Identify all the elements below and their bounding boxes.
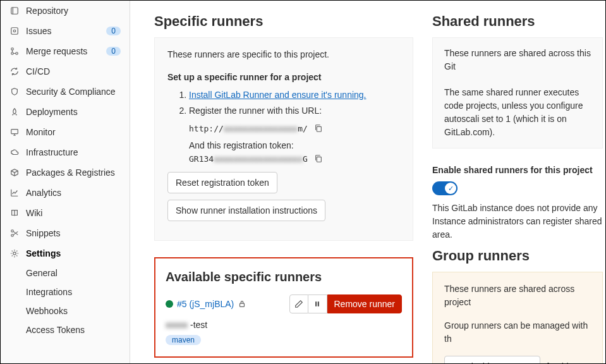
lock-icon: [238, 300, 246, 308]
sidebar-item-cicd[interactable]: CI/CD: [1, 61, 130, 82]
svg-rect-0: [11, 8, 18, 15]
svg-rect-6: [11, 130, 18, 134]
scissors-icon: [9, 228, 20, 238]
available-heading: Available specific runners: [166, 270, 402, 284]
svg-rect-1: [11, 28, 18, 35]
shared-toggle-label: Enable shared runners for this project: [432, 165, 603, 175]
sidebar-item-deployments[interactable]: Deployments: [1, 102, 130, 122]
svg-point-3: [11, 48, 14, 51]
sidebar-item-snippets[interactable]: Snippets: [1, 223, 130, 243]
setup-step-2: Register the runner with this URL:: [189, 104, 400, 118]
shared-note: This GitLab instance does not provide an…: [432, 202, 603, 241]
sidebar-item-packages[interactable]: Packages & Registries: [1, 162, 130, 183]
sidebar-item-wiki[interactable]: Wiki: [1, 203, 130, 223]
sidebar: Repository Issues 0 Merge requests 0 CI/…: [1, 1, 130, 363]
merge-badge: 0: [106, 47, 121, 56]
shared-panel: These runners are shared across this Git…: [432, 37, 603, 149]
specific-intro: These runners are specific to this proje…: [167, 49, 400, 59]
book-icon: [9, 208, 20, 218]
sidebar-item-security[interactable]: Security & Compliance: [1, 82, 130, 102]
svg-rect-13: [315, 301, 317, 306]
sidebar-item-monitor[interactable]: Monitor: [1, 122, 130, 142]
sub-item-webhooks[interactable]: Webhooks: [1, 301, 130, 320]
svg-point-8: [11, 234, 14, 237]
svg-rect-12: [240, 303, 245, 306]
edit-runner-button[interactable]: [289, 294, 308, 313]
sub-item-integrations[interactable]: Integrations: [1, 282, 130, 301]
svg-point-4: [11, 52, 14, 55]
install-link[interactable]: Install GitLab Runner and ensure it's ru…: [189, 90, 367, 100]
runner-tag: maven: [166, 335, 201, 345]
group-intro: These runners are shared across project: [444, 282, 591, 309]
sidebar-item-settings[interactable]: Settings: [1, 243, 130, 264]
specific-panel: These runners are specific to this proje…: [154, 37, 413, 241]
url-value: http://xxxxxxxxxxxxxxxm/: [189, 124, 308, 133]
group-manage: Group runners can be managed with th: [444, 319, 591, 346]
cloud-icon: [9, 147, 20, 157]
setup-step-1: Install GitLab Runner and ensure it's ru…: [189, 88, 400, 102]
shared-para: The same shared runner executes code pro…: [444, 86, 591, 139]
available-runners-box: Available specific runners #5 (jS_mjBLA)…: [154, 257, 413, 358]
shared-toggle[interactable]: ✓: [432, 181, 458, 195]
svg-point-7: [11, 230, 14, 233]
sidebar-item-merge[interactable]: Merge requests 0: [1, 41, 130, 61]
gear-icon: [9, 248, 20, 258]
reset-token-button[interactable]: Reset registration token: [167, 172, 277, 193]
package-icon: [9, 167, 20, 178]
pause-runner-button[interactable]: [308, 294, 327, 313]
cicd-icon: [9, 66, 20, 76]
rocket-icon: [9, 107, 20, 117]
svg-rect-10: [317, 126, 321, 131]
group-panel: These runners are shared across project …: [432, 272, 603, 363]
group-heading: Group runners: [432, 248, 603, 264]
chart-icon: [9, 188, 20, 198]
issues-icon: [9, 26, 20, 36]
group-suffix: for this proje: [547, 361, 591, 363]
sidebar-item-repository[interactable]: Repository: [1, 1, 130, 21]
runner-id-link[interactable]: #5 (jS_mjBLA): [177, 299, 234, 309]
issues-badge: 0: [106, 27, 121, 35]
merge-icon: [9, 46, 20, 56]
token-value: GR134xxxxxxxxxxxxxxxxxxG: [189, 154, 308, 164]
svg-rect-14: [318, 301, 319, 306]
sub-item-access-tokens[interactable]: Access Tokens: [1, 320, 130, 339]
shared-heading: Shared runners: [432, 13, 603, 30]
copy-url-button[interactable]: [313, 123, 324, 134]
specific-heading: Specific runners: [154, 13, 413, 30]
sidebar-item-infrastructure[interactable]: Infrastructure: [1, 142, 130, 162]
remove-runner-button[interactable]: Remove runner: [327, 294, 403, 313]
sub-item-general[interactable]: General: [1, 264, 130, 282]
copy-token-button[interactable]: [313, 153, 324, 164]
runner-description: xxxxx-test: [166, 320, 402, 330]
svg-rect-11: [317, 157, 321, 162]
shield-icon: [9, 87, 20, 97]
shared-intro: These runners are shared across this Git: [444, 47, 591, 73]
svg-point-5: [16, 52, 18, 55]
monitor-icon: [9, 127, 20, 137]
setup-title: Set up a specific runner for a project: [167, 72, 400, 82]
token-label: And this registration token:: [189, 140, 400, 150]
sidebar-item-issues[interactable]: Issues 0: [1, 21, 130, 41]
check-icon: ✓: [445, 183, 456, 194]
disable-group-button[interactable]: Disable group runners: [444, 356, 540, 363]
repo-icon: [9, 6, 20, 16]
main-content: Specific runners These runners are speci…: [130, 1, 605, 363]
sidebar-item-analytics[interactable]: Analytics: [1, 183, 130, 203]
svg-point-2: [13, 30, 16, 32]
svg-point-9: [13, 252, 16, 255]
show-instructions-button[interactable]: Show runner installation instructions: [167, 200, 325, 221]
status-dot-icon: [166, 300, 173, 308]
